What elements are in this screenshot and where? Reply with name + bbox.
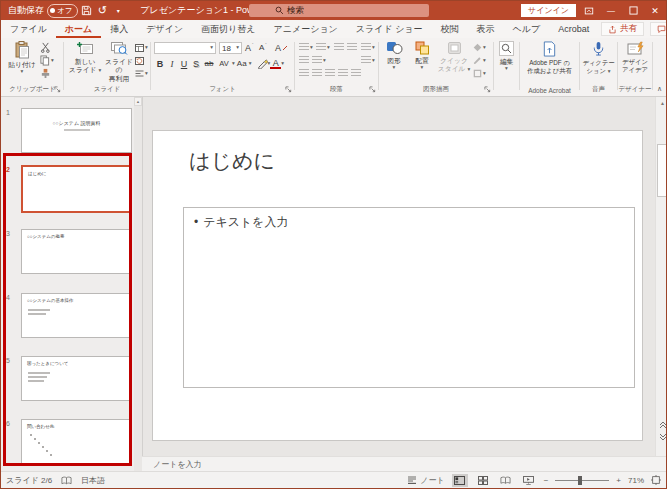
line-spacing-button[interactable]: ▾	[361, 43, 375, 52]
zoom-in-button[interactable]: +	[616, 476, 621, 485]
close-button[interactable]: ✕	[644, 1, 666, 20]
scrollbar-thumb[interactable]	[657, 144, 667, 197]
thumbnail-slide-6[interactable]: 問い合わせ先	[21, 419, 132, 464]
paste-button[interactable]: 貼り付け ▾	[6, 41, 38, 75]
reset-slide-button[interactable]	[135, 55, 144, 66]
zoom-slider[interactable]	[555, 480, 609, 481]
shape-fill-button[interactable]: ▾	[473, 42, 486, 53]
format-painter-button[interactable]	[40, 68, 51, 79]
tab-home[interactable]: ホーム	[56, 20, 101, 38]
slide-canvas[interactable]: はじめに • テキストを入力	[152, 130, 643, 441]
italic-button[interactable]: I	[166, 59, 178, 69]
normal-view-button[interactable]	[452, 474, 468, 487]
justify-button[interactable]	[338, 69, 348, 78]
shape-outline-button[interactable]: ▾	[473, 55, 486, 66]
shape-effects-button[interactable]: ▾	[473, 68, 486, 79]
font-name-select[interactable]: ▾	[154, 42, 216, 54]
thumbnail-slide-5[interactable]: 困ったときについて	[21, 356, 132, 401]
thumbnail-slide-4[interactable]: ○○システムの基本操作	[21, 293, 132, 338]
autosave-toggle[interactable]: 自動保存 オフ	[8, 4, 78, 18]
thumbnail-slide-2-selected[interactable]: はじめに	[21, 165, 132, 213]
font-size-select[interactable]: 18 ▾	[219, 42, 242, 54]
reading-view-button[interactable]	[498, 474, 514, 487]
tab-transitions[interactable]: 画面切り替え	[192, 20, 264, 38]
quick-access-customize-button[interactable]: ▾	[110, 1, 126, 20]
next-slide-button[interactable]	[656, 431, 667, 442]
bullets-button[interactable]: ▾	[299, 43, 313, 52]
slide-sorter-view-button[interactable]	[475, 474, 491, 487]
indent-decrease-button[interactable]	[334, 43, 344, 52]
shapes-button[interactable]: 図形 ▾	[381, 41, 407, 71]
notes-toggle-button[interactable]: ノート	[407, 475, 444, 486]
reuse-slides-button[interactable]: スライドの 再利用	[104, 41, 134, 83]
outdent-button[interactable]	[299, 56, 309, 65]
decrease-font-button[interactable]: A ˇ	[259, 42, 267, 53]
panel-scrollbar[interactable]: ▲	[134, 97, 142, 473]
slide-content-placeholder[interactable]: • テキストを入力	[183, 207, 635, 388]
editing-button[interactable]: 編集 ▾	[494, 41, 519, 72]
tab-help[interactable]: ヘルプ	[504, 20, 550, 38]
thumbnail-slide-3[interactable]: ○○システムの概要	[21, 229, 132, 274]
scroll-up-button[interactable]: ▲	[657, 98, 667, 108]
section-button[interactable]: ▾	[135, 68, 148, 79]
increase-font-button[interactable]: A ˆ	[245, 42, 253, 53]
vertical-scrollbar[interactable]: ▲	[655, 97, 667, 456]
drawing-dialog-launcher[interactable]	[484, 86, 491, 93]
save-button[interactable]	[78, 1, 94, 20]
zoom-out-button[interactable]: −	[544, 476, 549, 485]
collapse-ribbon-button[interactable]: ∧	[657, 85, 662, 93]
ribbon-display-options-button[interactable]	[578, 1, 600, 20]
tab-animations[interactable]: アニメーション	[265, 20, 347, 38]
tab-insert[interactable]: 挿入	[101, 20, 137, 38]
slideshow-view-button[interactable]	[521, 474, 537, 487]
cut-button[interactable]	[40, 42, 51, 53]
dictate-button[interactable]: ディクテー ション ▾	[581, 41, 616, 75]
clipboard-dialog-launcher[interactable]	[54, 86, 61, 93]
text-direction-button[interactable]: ▾	[361, 56, 375, 65]
font-color-button[interactable]: A	[270, 58, 281, 69]
align-right-button[interactable]	[325, 69, 335, 78]
change-case-button[interactable]: Aa	[235, 59, 249, 68]
undo-button[interactable]: ↺	[94, 1, 110, 20]
character-spacing-button[interactable]: AV	[216, 59, 232, 68]
zoom-level[interactable]: 71%	[628, 476, 644, 485]
tab-slideshow[interactable]: スライド ショー	[347, 20, 432, 38]
share-button[interactable]: 共有	[601, 22, 644, 36]
align-center-button[interactable]	[312, 69, 322, 78]
tab-acrobat[interactable]: Acrobat	[549, 20, 598, 38]
sign-in-button[interactable]: サインイン	[521, 4, 576, 17]
new-slide-button[interactable]: 新しい スライド ▾	[66, 41, 104, 75]
numbering-button[interactable]: ▾	[316, 43, 330, 52]
copy-button[interactable]: ▾	[40, 55, 54, 66]
slide-title-placeholder[interactable]: はじめに	[189, 147, 275, 175]
design-ideas-button[interactable]: デザイン アイデア	[618, 41, 652, 74]
previous-slide-button[interactable]	[656, 419, 667, 430]
maximize-button[interactable]	[622, 1, 644, 20]
paragraph-dialog-launcher[interactable]	[369, 86, 376, 93]
accessibility-checker-icon[interactable]	[61, 476, 72, 485]
minimize-button[interactable]: —	[600, 1, 622, 20]
tab-review[interactable]: 校閲	[432, 20, 468, 38]
arrange-button[interactable]: 配置 ▾	[409, 41, 435, 71]
tab-design[interactable]: デザイン	[137, 20, 192, 38]
font-dialog-launcher[interactable]	[285, 86, 292, 93]
strikethrough-button[interactable]: ab	[202, 59, 216, 68]
fit-slide-to-window-button[interactable]	[651, 475, 661, 485]
underline-button[interactable]: U	[178, 59, 190, 69]
clear-formatting-button[interactable]: A	[275, 42, 288, 53]
bold-button[interactable]: B	[154, 59, 166, 69]
search-box[interactable]: 検索	[249, 4, 429, 17]
bullet-text[interactable]: テキストを入力	[203, 214, 288, 231]
text-shadow-button[interactable]: S	[190, 59, 202, 69]
indent-increase-button[interactable]	[347, 43, 357, 52]
tab-file[interactable]: ファイル	[1, 20, 56, 38]
language-indicator[interactable]: 日本語	[81, 475, 105, 486]
comments-button[interactable]: コメント	[650, 22, 667, 36]
align-left-button[interactable]	[299, 69, 309, 78]
columns-button[interactable]: ▾	[312, 56, 326, 65]
add-remove-columns-button[interactable]	[351, 69, 361, 78]
highlight-pen-button[interactable]	[257, 58, 268, 69]
autosave-switch[interactable]: オフ	[47, 4, 78, 18]
adobe-pdf-button[interactable]: Adobe PDF の 作成および共有	[522, 41, 577, 75]
tab-view[interactable]: 表示	[468, 20, 504, 38]
